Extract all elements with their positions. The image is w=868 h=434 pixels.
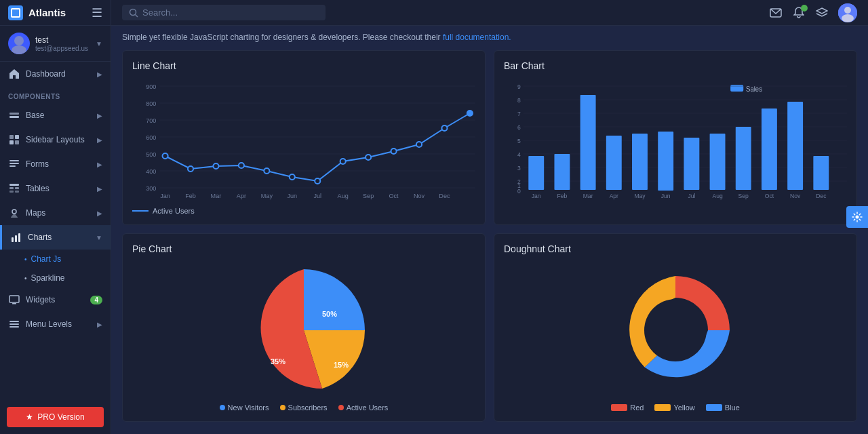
svg-text:Feb: Feb [557,193,568,199]
svg-rect-12 [9,187,14,189]
svg-point-63 [290,174,295,180]
svg-rect-95 [632,134,648,190]
legend-label-yellow: Yellow [673,403,694,412]
legend-label-new-visitors: New Visitors [228,403,269,412]
doughnut-chart-area: Red Yellow Blue [504,262,847,412]
mail-icon[interactable] [769,6,783,20]
sidebar-item-tables[interactable]: Tables ▶ [0,176,111,201]
search-input[interactable] [142,7,319,18]
svg-point-30 [844,7,851,14]
hamburger-icon[interactable]: ☰ [92,5,102,20]
svg-text:May: May [261,193,273,199]
app-title: Atlantis [28,7,92,18]
svg-rect-102 [813,156,829,190]
legend-label: Active Users [153,207,195,215]
svg-text:800: 800 [146,100,156,107]
grid-icon [8,134,20,146]
svg-text:Dec: Dec [816,193,827,199]
chevron-right-icon: ▶ [97,161,102,168]
legend-label-red: Red [630,403,644,412]
pro-version-button[interactable]: ★ PRO Version [7,407,104,427]
svg-rect-22 [9,321,19,322]
user-dropdown-arrow[interactable]: ▼ [96,40,102,47]
user-info: test test@appseed.us [35,35,96,52]
svg-rect-15 [15,191,19,193]
svg-point-16 [12,210,16,214]
svg-rect-6 [9,140,14,144]
chevron-right-icon: ▶ [97,112,102,119]
svg-rect-8 [9,160,19,161]
svg-rect-92 [554,154,570,190]
legend-dot-blue [220,405,225,410]
layers-topbar-icon[interactable] [815,6,829,20]
svg-point-66 [366,155,371,160]
settings-fab[interactable] [846,206,868,228]
svg-text:8: 8 [517,97,521,104]
search-box[interactable] [122,5,326,20]
sidebar-item-label: Tables [26,184,97,193]
sidebar-item-label: Charts [28,233,96,242]
svg-text:Jul: Jul [688,193,695,199]
sidebar-item-menu-levels[interactable]: Menu Levels ▶ [0,312,111,336]
notification-badge [801,5,808,12]
bell-icon[interactable] [792,6,806,20]
svg-text:400: 400 [146,168,156,175]
monitor-icon [8,294,20,306]
svg-text:Apr: Apr [237,193,246,199]
svg-point-58 [163,153,168,159]
sidebar-sub-item-label: Sparkline [31,273,65,283]
pie-legend-active-users: Active Users [338,403,389,412]
svg-point-0 [14,36,24,45]
line-chart-area: 900 800 700 600 500 400 300 Jan Feb Mar … [132,79,475,201]
sidebar-item-label: Widgets [26,295,90,304]
documentation-link[interactable]: full documentation. [443,33,511,42]
svg-rect-91 [528,156,544,190]
sidebar-sub-item-label: Chart Js [31,254,62,264]
sidebar-item-charts[interactable]: Charts ▼ [0,225,111,250]
user-avatar-topbar[interactable] [838,3,857,22]
svg-text:Dec: Dec [439,193,450,199]
widgets-badge: 4 [90,296,102,304]
svg-rect-94 [606,136,622,190]
sidebar-item-base[interactable]: Base ▶ [0,103,111,127]
svg-text:4: 4 [517,151,521,158]
legend-rect-blue [706,404,722,411]
svg-text:Aug: Aug [712,193,722,199]
bar-chart-title: Bar Chart [504,60,847,71]
svg-point-67 [391,149,397,154]
sidebar-item-maps[interactable]: Maps ▶ [0,201,111,225]
home-icon [8,68,20,80]
sidebar-item-widgets[interactable]: Widgets 4 [0,288,111,312]
svg-point-119 [856,216,859,219]
svg-text:May: May [634,193,646,199]
user-section: test test@appseed.us ▼ [0,26,111,62]
svg-text:Feb: Feb [185,193,196,199]
legend-rect-yellow [654,404,671,411]
svg-point-68 [416,142,422,147]
svg-point-59 [188,166,193,172]
chevron-right-icon: ▶ [97,71,102,78]
bar-chart-card: Bar Chart Sales [494,50,857,225]
legend-rect-red [611,404,627,411]
svg-rect-93 [580,95,596,190]
sidebar-item-forms[interactable]: Forms ▶ [0,152,111,176]
sidebar-item-dashboard[interactable]: Dashboard ▶ [0,62,111,86]
chevron-down-icon: ▼ [96,234,102,241]
svg-rect-97 [684,138,699,190]
pie-chart-area: 50% 15% 35% New Visitors Subscribers [132,262,475,412]
sidebar-item-label: Maps [26,208,97,218]
svg-text:700: 700 [146,117,156,124]
svg-rect-20 [9,296,19,302]
components-section-label: COMPONENTS [0,86,111,103]
svg-rect-96 [658,132,673,191]
pie-chart-title: Pie Chart [132,243,475,254]
sidebar-sub-item-chartjs[interactable]: Chart Js [0,250,111,269]
svg-point-118 [644,299,707,361]
sidebar-header: Atlantis ☰ [0,0,111,26]
sidebar-item-sidebar-layouts[interactable]: Sidebar Layouts ▶ [0,127,111,152]
sidebar-sub-item-sparkline[interactable]: Sparkline [0,269,111,288]
svg-line-26 [136,14,138,17]
svg-point-31 [842,14,854,22]
svg-text:500: 500 [146,151,156,158]
svg-rect-7 [15,140,19,144]
